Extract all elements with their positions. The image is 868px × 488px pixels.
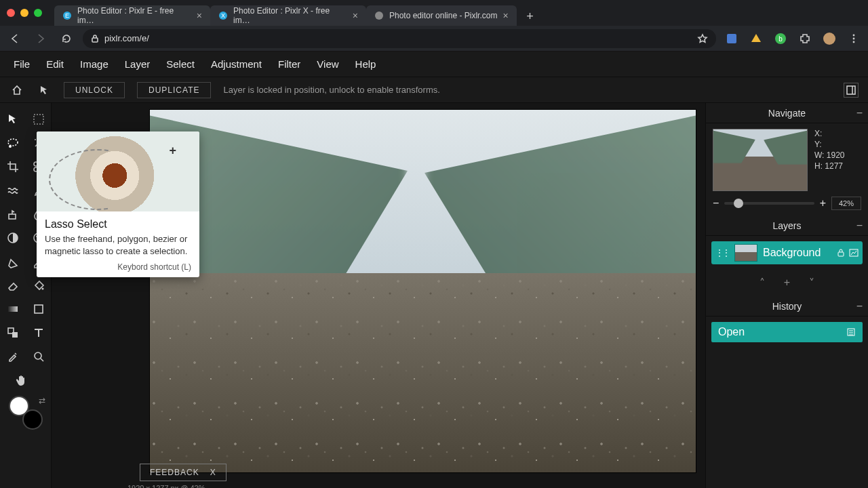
menu-file[interactable]: File [14, 58, 30, 70]
kebab-menu-icon[interactable] [845, 30, 863, 47]
lock-icon[interactable] [837, 249, 845, 257]
svg-rect-27 [8, 306, 18, 312]
browser-tab-active[interactable]: E Photo Editor : Pixlr E - free im… × [54, 5, 210, 26]
menu-view[interactable]: View [317, 58, 338, 70]
avatar[interactable] [821, 30, 838, 47]
marquee-select-icon[interactable] [26, 107, 52, 131]
lasso-select-icon[interactable] [0, 131, 26, 155]
tooltip-preview [37, 131, 199, 211]
collapse-icon[interactable]: − [856, 300, 863, 312]
url-field[interactable]: pixlr.com/e/ [83, 29, 716, 48]
collapse-icon[interactable]: − [856, 107, 863, 119]
zoom-in-button[interactable]: + [820, 197, 826, 209]
zoom-out-button[interactable]: − [713, 197, 719, 209]
history-item[interactable]: Open [711, 322, 863, 342]
browser-tab[interactable]: X Photo Editor : Pixlr X - free im… × [210, 5, 366, 26]
svg-text:b: b [778, 35, 783, 43]
eyedropper-icon[interactable] [0, 344, 26, 368]
menu-select[interactable]: Select [166, 58, 195, 70]
layer-thumbnail[interactable] [734, 244, 757, 262]
tool-palette: ⇄ Lasso Select Use the freehand, polygon… [0, 103, 52, 488]
star-icon[interactable] [697, 33, 708, 44]
extension-icon[interactable] [747, 30, 765, 47]
layer-down-icon[interactable]: ˅ [809, 277, 814, 289]
hand-tool-icon[interactable] [0, 368, 52, 392]
pen-tool-icon[interactable] [0, 249, 26, 273]
svg-point-16 [8, 139, 18, 146]
foreground-color[interactable] [9, 396, 29, 416]
svg-text:E: E [65, 12, 69, 19]
titlebar: E Photo Editor : Pixlr E - free im… × X … [0, 0, 868, 26]
layers-panel-head[interactable]: Layers − [706, 216, 868, 236]
shape-tool-icon[interactable] [26, 297, 52, 321]
tool-tooltip: Lasso Select Use the freehand, polygon, … [37, 131, 199, 277]
menu-edit[interactable]: Edit [46, 58, 64, 70]
zoom-value[interactable]: 42% [831, 197, 861, 210]
close-feedback-icon[interactable]: X [210, 468, 216, 477]
layer-up-icon[interactable]: ˄ [760, 277, 765, 289]
liquify-tool-icon[interactable] [0, 178, 26, 202]
nav-h-value: 1277 [825, 161, 843, 171]
svg-rect-21 [9, 214, 16, 219]
svg-point-12 [853, 37, 855, 39]
canvas[interactable] [150, 110, 696, 472]
toggle-panels-button[interactable] [844, 83, 859, 98]
svg-rect-5 [92, 38, 98, 42]
menu-image[interactable]: Image [80, 58, 108, 70]
extensions-button[interactable] [796, 30, 814, 47]
swap-colors-icon[interactable]: ⇄ [39, 396, 45, 405]
close-tab-icon[interactable]: × [502, 10, 508, 21]
dodge-burn-icon[interactable] [0, 226, 26, 249]
unlock-button[interactable]: UNLOCK [64, 82, 125, 98]
history-step-icon [846, 327, 856, 337]
extension-icon[interactable]: b [772, 30, 789, 47]
minimize-window-icon[interactable] [20, 9, 28, 17]
home-icon[interactable] [9, 83, 24, 98]
url-text: pixlr.com/e/ [104, 33, 149, 43]
arrow-tool-icon[interactable] [37, 83, 52, 98]
nav-y-label: Y: [814, 140, 822, 149]
svg-point-11 [853, 34, 855, 36]
close-tab-icon[interactable]: × [197, 10, 202, 21]
extension-icon[interactable] [723, 30, 741, 47]
add-layer-icon[interactable]: + [784, 277, 790, 289]
forward-button[interactable] [31, 29, 50, 48]
layer-row[interactable]: ⋮⋮ Background [711, 241, 863, 264]
back-button[interactable] [5, 29, 24, 48]
layer-name: Background [763, 247, 821, 259]
tab-title: Photo editor online - Pixlr.com [389, 11, 497, 20]
svg-rect-14 [847, 86, 855, 94]
feedback-label: FEEDBACK [150, 468, 199, 477]
feedback-banner[interactable]: FEEDBACK X [140, 464, 226, 481]
reload-button[interactable] [57, 29, 76, 48]
drag-handle-icon[interactable]: ⋮⋮ [715, 248, 729, 258]
eraser-tool-icon[interactable] [0, 273, 26, 297]
gradient-tool-icon[interactable] [0, 297, 26, 321]
menu-layer[interactable]: Layer [125, 58, 151, 70]
new-tab-button[interactable]: + [521, 7, 540, 26]
collapse-icon[interactable]: − [856, 220, 863, 232]
address-bar: pixlr.com/e/ b [0, 26, 868, 52]
duplicate-button[interactable]: DUPLICATE [137, 82, 211, 98]
menu-filter[interactable]: Filter [278, 58, 300, 70]
menu-help[interactable]: Help [355, 58, 376, 70]
navigate-panel-head[interactable]: Navigate − [706, 103, 868, 123]
clone-tool-icon[interactable] [0, 202, 26, 226]
zoom-slider[interactable] [724, 202, 814, 205]
browser-tab[interactable]: Photo editor online - Pixlr.com × [366, 5, 517, 26]
close-tab-icon[interactable]: × [353, 10, 358, 21]
crop-tool-icon[interactable] [0, 155, 26, 178]
visibility-icon[interactable] [849, 249, 859, 257]
maximize-window-icon[interactable] [34, 9, 42, 17]
menu-adjustment[interactable]: Adjustment [211, 58, 262, 70]
replace-color-icon[interactable] [0, 321, 26, 344]
arrange-tool-icon[interactable] [0, 107, 26, 131]
history-panel-head[interactable]: History − [706, 296, 868, 317]
favicon-icon [374, 11, 384, 20]
zoom-tool-icon[interactable] [26, 344, 52, 368]
color-swatch[interactable]: ⇄ [9, 396, 43, 430]
close-window-icon[interactable] [7, 9, 15, 17]
text-tool-icon[interactable] [26, 321, 52, 344]
navigator-thumbnail[interactable] [713, 129, 808, 191]
svg-text:X: X [221, 12, 225, 19]
